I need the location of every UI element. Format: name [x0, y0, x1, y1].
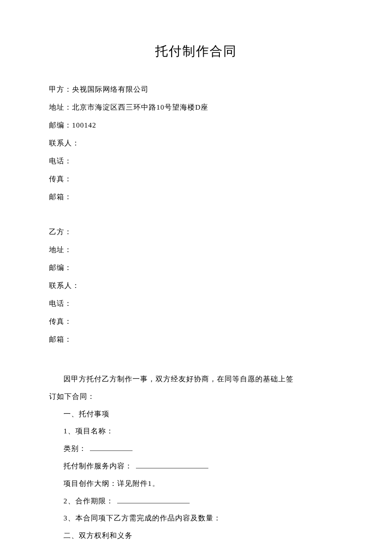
item-1-service-label: 托付制作服务内容： [63, 462, 133, 470]
party-b-name: 乙方： [49, 228, 343, 235]
party-b-section: 乙方： 地址： 邮编： 联系人： 电话： 传真： 邮箱： [49, 228, 343, 343]
document-title: 托付制作合同 [49, 43, 343, 60]
blank-field [117, 496, 190, 503]
item-1-service: 托付制作服务内容： [49, 458, 343, 475]
party-b-postcode: 邮编： [49, 264, 343, 271]
item-1-category: 类别： [49, 440, 343, 458]
party-a-address: 地址：北京市海淀区西三环中路10号望海楼D座 [49, 104, 343, 111]
party-b-phone: 电话： [49, 300, 343, 307]
item-1-outline: 项目创作大纲：详见附件1。 [49, 475, 343, 493]
party-a-name-value: 央视国际网络有限公司 [72, 85, 149, 93]
party-a-phone: 电话： [49, 157, 343, 165]
party-a-contact-label: 联系人： [49, 139, 80, 147]
party-b-address-label: 地址： [49, 246, 72, 254]
preamble-line-1: 因甲方托付乙方制作一事，双方经友好协商，在同等自愿的基础上签 [49, 371, 343, 388]
item-3-deliverables: 3、本合同项下乙方需完成的作品内容及数量： [49, 510, 343, 527]
party-a-fax-label: 传真： [49, 175, 72, 183]
party-a-section: 甲方：央视国际网络有限公司 地址：北京市海淀区西三环中路10号望海楼D座 邮编：… [49, 86, 343, 200]
party-a-fax: 传真： [49, 175, 343, 183]
party-a-postcode-label: 邮编： [49, 121, 72, 129]
party-b-contact: 联系人： [49, 282, 343, 289]
party-a-postcode: 邮编：100142 [49, 122, 343, 129]
item-1-project-name: 1、项目名称： [49, 423, 343, 440]
party-b-postcode-label: 邮编： [49, 264, 72, 272]
contract-body: 因甲方托付乙方制作一事，双方经友好协商，在同等自愿的基础上签 订如下合同： 一、… [49, 371, 343, 545]
party-b-fax-label: 传真： [49, 317, 72, 325]
party-b-email: 邮箱： [49, 336, 343, 343]
blank-field [90, 444, 133, 451]
party-a-name-label: 甲方： [49, 85, 72, 93]
party-b-address: 地址： [49, 246, 343, 253]
party-a-email: 邮箱： [49, 193, 343, 200]
party-a-email-label: 邮箱： [49, 193, 72, 201]
party-b-name-label: 乙方： [49, 228, 72, 236]
section-1-title: 一、托付事项 [49, 406, 343, 423]
party-a-address-label: 地址： [49, 103, 72, 111]
party-b-contact-label: 联系人： [49, 282, 80, 290]
party-a-contact: 联系人： [49, 139, 343, 147]
party-b-email-label: 邮箱： [49, 335, 72, 343]
section-2-title: 二、双方权利和义务 [49, 527, 343, 545]
preamble-line-2: 订如下合同： [49, 388, 343, 406]
blank-field [136, 461, 208, 468]
party-a-postcode-value: 100142 [72, 121, 96, 129]
item-1-category-label: 类别： [63, 445, 86, 453]
item-2-label: 2、合作期限： [63, 497, 114, 505]
party-a-phone-label: 电话： [49, 157, 72, 165]
party-b-fax: 传真： [49, 318, 343, 325]
party-a-name: 甲方：央视国际网络有限公司 [49, 86, 343, 93]
party-a-address-value: 北京市海淀区西三环中路10号望海楼D座 [72, 103, 208, 111]
item-2-term: 2、合作期限： [49, 493, 343, 510]
party-b-phone-label: 电话： [49, 299, 72, 308]
